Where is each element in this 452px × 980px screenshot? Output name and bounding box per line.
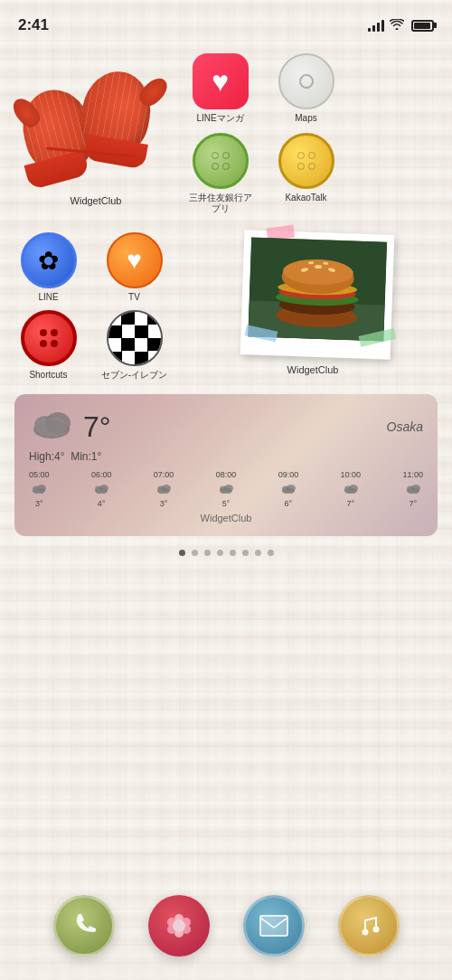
- polaroid-section: WidgetClub: [188, 232, 438, 375]
- page-dot[interactable]: [268, 550, 274, 556]
- svg-point-25: [96, 487, 108, 494]
- icon-row-2: 三井住友銀行アプリ KakaoTalk: [186, 133, 438, 214]
- row2-top-icons: ✿ LINE ♥ TV: [14, 232, 177, 303]
- weather-widget: 7° Osaka High:4° Min:1° 05:00 3° 06:00: [14, 394, 438, 536]
- app-maps[interactable]: Maps: [272, 53, 340, 124]
- tv-label: TV: [128, 292, 140, 303]
- page-dot[interactable]: [204, 550, 211, 556]
- page-dot[interactable]: [217, 550, 223, 556]
- dock-phone[interactable]: [53, 895, 115, 956]
- weather-left: 7°: [29, 407, 111, 447]
- svg-point-41: [344, 487, 356, 494]
- weather-hourly: 05:00 3° 06:00 4° 07:00: [29, 470, 423, 508]
- app-line-manga[interactable]: ♥ LINEマンガ: [186, 53, 254, 124]
- weather-hour-item: 09:00 6°: [278, 470, 299, 508]
- shortcuts-label: Shortcuts: [29, 370, 67, 381]
- mittens-widget: WidgetClub: [14, 53, 177, 207]
- page-dot[interactable]: [255, 550, 261, 556]
- kakao-label: KakaoTalk: [285, 193, 326, 203]
- status-time: 2:41: [18, 16, 49, 34]
- svg-point-17: [35, 418, 68, 436]
- svg-point-21: [33, 487, 45, 494]
- page-dots: [14, 550, 438, 556]
- flower-icon: ✿: [38, 246, 59, 276]
- dock-music[interactable]: [338, 895, 400, 956]
- icon-row-1: ♥ LINEマンガ Maps: [186, 53, 438, 124]
- app-kakao[interactable]: KakaoTalk: [272, 133, 340, 214]
- battery-icon: [411, 20, 434, 32]
- row2-left-icons: ✿ LINE ♥ TV: [14, 232, 177, 381]
- weather-hour-item: 11:00 7°: [402, 470, 423, 508]
- app-line[interactable]: ✿ LINE: [14, 232, 82, 303]
- svg-point-37: [282, 487, 294, 494]
- app-mitsui[interactable]: 三井住友銀行アプリ: [186, 133, 254, 214]
- row2-bottom-icons: Shortcuts セブン-イレブン: [14, 310, 177, 381]
- heart-orange-icon: ♥: [127, 246, 142, 275]
- weather-top: 7° Osaka: [29, 407, 423, 447]
- app-tv[interactable]: ♥ TV: [100, 232, 168, 303]
- maps-label: Maps: [295, 113, 316, 124]
- weather-hour-item: 07:00 3°: [154, 470, 174, 508]
- burger-image: [248, 237, 387, 341]
- mitsui-label: 三井住友銀行アプリ: [186, 193, 254, 214]
- weather-range: High:4° Min:1°: [29, 450, 423, 463]
- weather-temp: 7°: [83, 410, 111, 444]
- svg-point-33: [220, 487, 231, 494]
- weather-city: Osaka: [387, 419, 423, 434]
- polaroid-widget-label: WidgetClub: [287, 364, 339, 375]
- row1-icons: ♥ LINEマンガ Maps: [186, 53, 438, 223]
- page-dot[interactable]: [179, 550, 185, 556]
- page-dot[interactable]: [230, 550, 236, 556]
- svg-point-55: [362, 929, 368, 936]
- app-seven[interactable]: セブン-イレブン: [100, 310, 168, 381]
- dock: [0, 890, 452, 980]
- polaroid-widget: [240, 230, 395, 360]
- app-shortcuts[interactable]: Shortcuts: [14, 310, 82, 381]
- svg-rect-53: [259, 915, 288, 937]
- svg-point-45: [407, 487, 419, 494]
- line-manga-label: LINEマンガ: [196, 113, 243, 124]
- weather-hour-item: 06:00 4°: [91, 470, 112, 508]
- svg-point-56: [372, 927, 379, 933]
- weather-widget-label: WidgetClub: [29, 513, 423, 523]
- status-icons: [368, 18, 434, 33]
- dock-mail[interactable]: [243, 895, 305, 956]
- svg-point-52: [173, 919, 185, 932]
- row2-section: ✿ LINE ♥ TV: [14, 232, 438, 381]
- line-label: LINE: [38, 292, 58, 303]
- dock-flower[interactable]: [148, 895, 210, 956]
- widget-club-label-1: WidgetClub: [14, 195, 177, 206]
- heart-icon: ♥: [212, 67, 229, 96]
- svg-point-29: [158, 487, 170, 494]
- seven-label: セブン-イレブン: [101, 370, 167, 381]
- cloud-icon: [29, 407, 74, 447]
- page-dot[interactable]: [242, 550, 249, 556]
- page-dot[interactable]: [192, 550, 198, 556]
- weather-hour-item: 10:00 7°: [341, 470, 362, 508]
- status-bar: 2:41: [0, 0, 452, 40]
- row1-section: WidgetClub ♥ LINEマンガ M: [14, 53, 438, 223]
- wifi-icon: [390, 18, 404, 33]
- weather-hour-item: 08:00 5°: [216, 470, 237, 508]
- weather-hour-item: 05:00 3°: [29, 470, 50, 508]
- signal-icon: [368, 19, 384, 32]
